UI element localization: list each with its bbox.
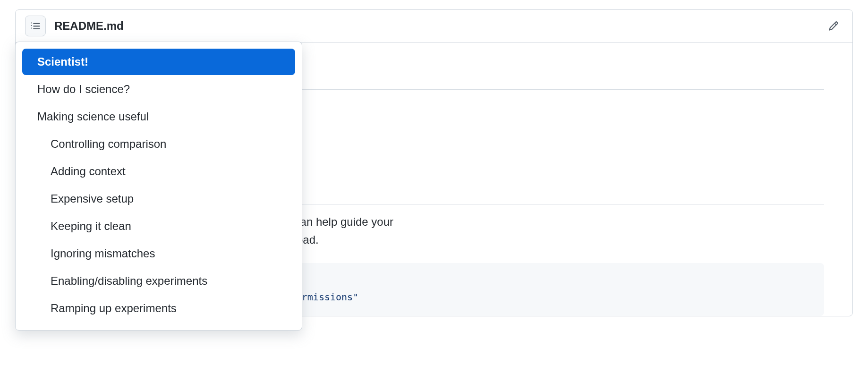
- edit-button[interactable]: [824, 17, 843, 35]
- list-icon: [30, 21, 41, 31]
- toc-item-expensive-setup[interactable]: Expensive setup: [22, 186, 295, 212]
- toc-item-enabling-disabling-experiments[interactable]: Enabling/disabling experiments: [22, 268, 295, 294]
- toc-item-scientist[interactable]: Scientist!: [22, 49, 295, 75]
- toc-item-ignoring-mismatches[interactable]: Ignoring mismatches: [22, 240, 295, 267]
- toc-item-making-science-useful[interactable]: Making science useful: [22, 103, 295, 130]
- toc-item-how-do-i-science[interactable]: How do I science?: [22, 76, 295, 102]
- toc-item-adding-context[interactable]: Adding context: [22, 158, 295, 185]
- readme-header: README.md: [16, 10, 852, 42]
- pencil-icon: [828, 21, 839, 31]
- toc-dropdown: Scientist! How do I science? Making scie…: [15, 42, 302, 331]
- toc-item-controlling-comparison[interactable]: Controlling comparison: [22, 131, 295, 157]
- toc-item-keeping-it-clean[interactable]: Keeping it clean: [22, 213, 295, 239]
- toc-item-ramping-up-experiments[interactable]: Ramping up experiments: [22, 295, 295, 322]
- toc-toggle-button[interactable]: [25, 16, 46, 36]
- readme-filename: README.md: [54, 19, 124, 33]
